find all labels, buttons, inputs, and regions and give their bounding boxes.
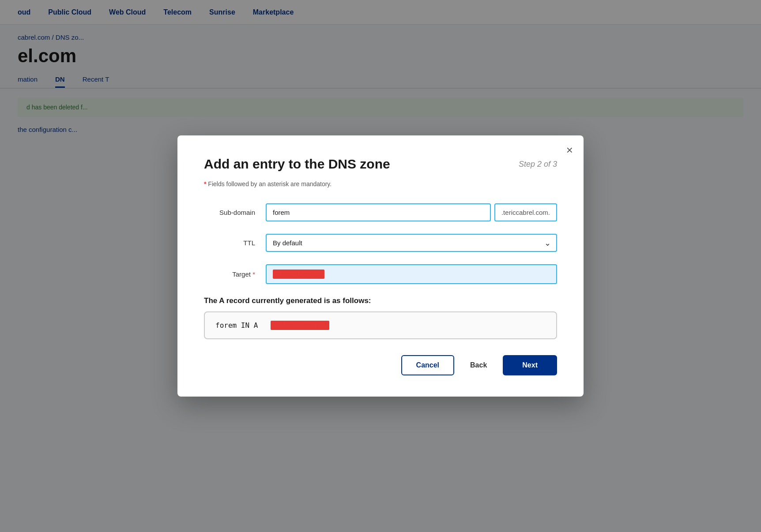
target-required-marker: * (252, 270, 255, 278)
mandatory-note: * Fields followed by an asterisk are man… (204, 180, 557, 187)
dns-entry-modal: × Add an entry to the DNS zone Step 2 of… (177, 135, 584, 397)
subdomain-input[interactable] (266, 203, 491, 221)
a-record-prefix: forem IN A (215, 321, 258, 330)
target-redacted-value: 0.135.135.210 (273, 270, 324, 279)
close-button[interactable]: × (566, 144, 573, 156)
subdomain-row: Sub-domain .tericcabrel.com. (204, 203, 557, 221)
a-record-section: The A record currently generated is as f… (204, 296, 557, 339)
target-label: Target * (204, 270, 266, 278)
subdomain-suffix: .tericcabrel.com. (494, 203, 557, 221)
ttl-label: TTL (204, 239, 266, 247)
modal-title: Add an entry to the DNS zone (204, 157, 390, 172)
cancel-button[interactable]: Cancel (401, 355, 454, 375)
a-record-box: forem IN A 0.135.135.210 (204, 311, 557, 339)
subdomain-group: .tericcabrel.com. (266, 203, 557, 221)
ttl-wrapper: By default 300 600 3600 86400 ⌄ (266, 234, 557, 252)
a-record-redacted: 0.135.135.210 (271, 321, 329, 330)
target-row: Target * 0.135.135.210 (204, 264, 557, 284)
a-record-title: The A record currently generated is as f… (204, 296, 557, 305)
asterisk-icon: * (204, 180, 206, 187)
subdomain-label: Sub-domain (204, 209, 266, 216)
back-button[interactable]: Back (463, 356, 494, 375)
ttl-row: TTL By default 300 600 3600 86400 ⌄ (204, 234, 557, 252)
ttl-select[interactable]: By default 300 600 3600 86400 (266, 234, 557, 252)
modal-header: Add an entry to the DNS zone Step 2 of 3 (204, 157, 557, 172)
modal-footer: Cancel Back Next (204, 355, 557, 375)
target-input-wrapper: 0.135.135.210 (266, 264, 557, 284)
modal-overlay: × Add an entry to the DNS zone Step 2 of… (0, 0, 761, 532)
next-button[interactable]: Next (503, 355, 557, 375)
modal-step: Step 2 of 3 (519, 160, 557, 169)
